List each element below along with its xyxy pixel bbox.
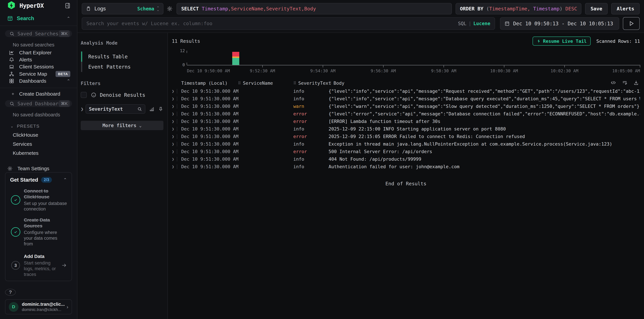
column-label: Timestamp (Local)	[181, 80, 228, 86]
mode-results-table[interactable]: Results Table	[81, 51, 164, 62]
get-started-item-add-data[interactable]: 3 Add Data Start sending logs, metrics, …	[10, 253, 67, 277]
event-search-box[interactable]: SQL|Lucene	[82, 17, 495, 30]
help-button[interactable]: ?	[5, 289, 16, 296]
expand-row-icon[interactable]: ❯	[172, 134, 174, 139]
run-query-button[interactable]	[623, 17, 640, 30]
saved-searches-input[interactable]: ⌘K	[5, 30, 72, 37]
row-severity: error	[293, 149, 328, 154]
preset-services[interactable]: Services	[0, 140, 77, 149]
expand-row-icon[interactable]: ❯	[172, 119, 174, 124]
time-range-value: Dec 10 09:50:13 - Dec 10 10:05:13	[513, 21, 613, 26]
sidebar-item-label: Service Map	[19, 71, 56, 77]
expand-row-icon[interactable]: ❯	[172, 149, 174, 154]
sidebar-item-team-settings[interactable]: Team Settings	[0, 165, 77, 172]
lucene-toggle[interactable]: Lucene	[473, 21, 490, 26]
column-header-servicename[interactable]: ⠿ServiceName	[238, 80, 293, 86]
download-icon[interactable]	[633, 80, 639, 85]
user-menu[interactable]: D dominic.tran@clic... dominic.tran@clic…	[5, 299, 72, 314]
preset-clickhouse[interactable]: ClickHouse	[0, 130, 77, 140]
table-row[interactable]: ❯ Dec 10 9:51:30.000 AM info Authenticat…	[172, 163, 640, 170]
expand-row-icon[interactable]: ❯	[172, 89, 174, 94]
sidebar-item-service-map[interactable]: Service Map BETA	[0, 70, 77, 77]
table-row[interactable]: ❯ Dec 10 9:51:30.000 AM info {"level":"i…	[172, 95, 640, 102]
preset-kubernetes[interactable]: Kubernetes	[0, 149, 77, 158]
time-range-picker[interactable]: Dec 10 09:50:13 - Dec 10 10:05:13	[500, 17, 619, 30]
mode-event-patterns[interactable]: Event Patterns	[81, 62, 164, 72]
row-separator	[177, 142, 177, 146]
more-filters-button[interactable]: More filters ⌄	[81, 121, 164, 130]
table-row[interactable]: ❯ Dec 10 9:51:30.000 AM error [ERROR] La…	[172, 118, 640, 125]
sidebar-item-chart-explorer[interactable]: Chart Explorer	[0, 49, 77, 56]
table-row[interactable]: ❯ Dec 10 9:51:30.000 AM info Exception i…	[172, 140, 640, 148]
save-button[interactable]: Save	[585, 3, 608, 14]
column-header-body[interactable]: ⠿Body	[328, 80, 610, 86]
pin-icon[interactable]	[158, 106, 164, 112]
get-started-item-connect[interactable]: Connect to ClickHouse Set up your databa…	[10, 188, 67, 212]
create-dashboard-button[interactable]: Create Dashboard	[0, 90, 77, 97]
check-circle-icon	[11, 195, 20, 205]
sidebar-item-label: Client Sessions	[19, 64, 70, 70]
denoise-checkbox[interactable]	[81, 92, 87, 98]
bell-icon	[9, 57, 15, 62]
results-histogram[interactable]: 12 0 Dec 10 9:50:00 AM9:52:30 AM9:54:30 …	[172, 51, 640, 76]
table-row[interactable]: ❯ Dec 10 9:51:30.000 AM info {"level":"i…	[172, 87, 640, 95]
row-body: {"level":"error","service":"api","messag…	[328, 111, 640, 116]
collapse-sidebar-icon[interactable]	[64, 2, 71, 9]
x-axis-label: 10:02:30 AM	[550, 68, 578, 73]
table-row[interactable]: ❯ Dec 10 9:51:30.000 AM warn {"level":"w…	[172, 102, 640, 110]
order-by-input[interactable]: ORDER BY (TimestampTime, Timestamp) DESC	[456, 3, 582, 14]
column-header-timestamp[interactable]: Timestamp (Local)	[181, 80, 238, 86]
expand-row-icon[interactable]: ❯	[172, 127, 174, 131]
drag-handle-icon[interactable]: ⠿	[293, 81, 296, 85]
saved-dashboards-field[interactable]	[18, 101, 59, 106]
sql-toggle[interactable]: SQL	[458, 21, 466, 26]
expand-row-icon[interactable]: ❯	[172, 164, 174, 169]
sidebar-item-label: Alerts	[19, 57, 70, 62]
sidebar-item-client-sessions[interactable]: Client Sessions	[0, 63, 77, 70]
alerts-button[interactable]: Alerts	[611, 3, 640, 14]
row-body: [ERROR] Lambda function timeout after 30…	[328, 119, 640, 124]
saved-dashboards-input[interactable]: ⌘K	[5, 100, 72, 107]
expand-row-icon[interactable]: ❯	[172, 157, 174, 162]
chevron-up-icon[interactable]: ⌃	[66, 16, 70, 21]
sidebar-item-search[interactable]: Search ⌃	[0, 11, 77, 25]
row-severity: info	[293, 126, 328, 131]
expand-filter-icon[interactable]: ❯	[81, 106, 84, 112]
resume-live-tail-button[interactable]: Resume Live Tail	[532, 36, 591, 46]
saved-searches-field[interactable]	[18, 31, 59, 36]
table-row[interactable]: ❯ Dec 10 9:51:30.000 AM info 404 Not Fou…	[172, 155, 640, 163]
get-started-item-title: Create Data Sources	[24, 217, 67, 229]
source-select[interactable]: Logs Schema ⌃⌃	[82, 3, 164, 14]
drag-handle-icon[interactable]: ⠿	[328, 81, 331, 85]
chevron-up-icon[interactable]: ⌃	[66, 78, 70, 84]
drag-handle-icon[interactable]: ⠿	[238, 81, 240, 85]
x-axis-tick	[504, 65, 504, 67]
select-columns-input[interactable]: SELECT Timestamp,ServiceName,SeverityTex…	[176, 3, 452, 14]
query-language-toggle[interactable]: SQL|Lucene	[458, 21, 490, 26]
expand-row-icon[interactable]: ❯	[172, 96, 174, 101]
histogram-bar[interactable]	[232, 52, 239, 65]
expand-row-icon[interactable]: ❯	[172, 104, 174, 109]
sidebar-item-alerts[interactable]: Alerts	[0, 56, 77, 63]
x-axis-tick	[444, 65, 444, 67]
chevron-up-icon[interactable]: ⌃	[63, 177, 67, 182]
get-started-item-sources[interactable]: Create Data Sources Configure where your…	[10, 217, 67, 247]
avatar: D	[9, 302, 18, 312]
expand-row-icon[interactable]: ❯	[172, 111, 174, 116]
table-row[interactable]: ❯ Dec 10 9:51:30.000 AM info 2025-12-09 …	[172, 125, 640, 133]
table-row[interactable]: ❯ Dec 10 9:51:30.000 AM error 500 Intern…	[172, 148, 640, 155]
sidebar-item-dashboards[interactable]: Dashboards ⌃	[0, 77, 77, 84]
presets-toggle[interactable]: ⌄ PRESETS	[0, 119, 77, 130]
column-header-severitytext[interactable]: ⠿SeverityText	[293, 80, 328, 86]
table-row[interactable]: ❯ Dec 10 9:51:30.000 AM error 2025-12-09…	[172, 133, 640, 140]
expand-row-icon[interactable]: ❯	[172, 142, 174, 146]
view-source-code-icon[interactable]	[610, 80, 616, 85]
paren: (	[486, 6, 489, 11]
bar-chart-icon[interactable]	[149, 106, 154, 112]
row-body: {"level":"warn","service":"api","message…	[328, 104, 640, 109]
source-settings-gear-icon[interactable]	[166, 5, 173, 12]
event-search-input[interactable]	[86, 21, 454, 26]
text-wrap-icon[interactable]	[622, 80, 628, 85]
table-row[interactable]: ❯ Dec 10 9:51:30.000 AM error {"level":"…	[172, 110, 640, 118]
severity-filter-searchbox[interactable]: SeverityText	[86, 104, 145, 114]
